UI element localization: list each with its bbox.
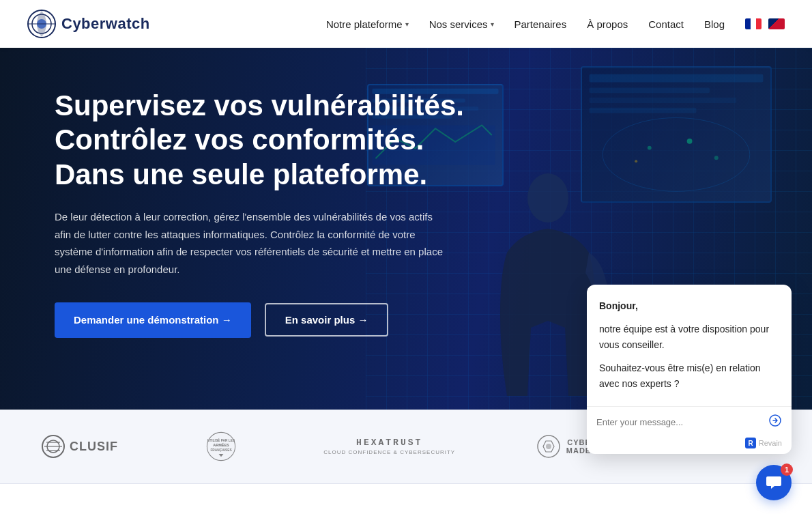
nav-item-services[interactable]: Nos services ▾ [429, 18, 494, 30]
hero-content: Supervisez vos vulnérabilités. Contrôlez… [0, 48, 478, 338]
hexatrust-label: HEXATRUST [323, 438, 455, 448]
flag-fr-icon[interactable] [745, 18, 762, 29]
chevron-down-icon: ▾ [491, 20, 494, 28]
hero-description: De leur détection à leur correction, gér… [55, 208, 450, 278]
armees-icon: UTILISÉ PAR LES ARMÉES FRANÇAISES [199, 431, 243, 461]
svg-point-18 [527, 173, 568, 223]
chat-message-1: notre équipe est à votre disposition pou… [599, 322, 779, 352]
revain-label: Revain [759, 439, 782, 447]
logo-text: Cyberwatch [61, 15, 150, 33]
svg-text:ARMÉES: ARMÉES [213, 442, 229, 447]
chat-widget: Bonjour, notre équipe est à votre dispos… [587, 285, 792, 500]
nav-item-blog[interactable]: Blog [704, 18, 725, 30]
svg-point-12 [635, 160, 637, 162]
nav-link-blog[interactable]: Blog [704, 18, 725, 30]
nav-item-contact[interactable]: Contact [648, 18, 684, 30]
chat-messages-area: Bonjour, notre équipe est à votre dispos… [587, 285, 792, 406]
nav-item-plateforme[interactable]: Notre plateforme ▾ [326, 18, 409, 30]
chat-message-input[interactable] [596, 417, 763, 427]
chat-footer: R Revain [587, 438, 792, 454]
learn-more-button[interactable]: En savoir plus → [265, 303, 389, 337]
chevron-down-icon: ▾ [405, 20, 409, 28]
nav-link-apropos[interactable]: À propos [587, 18, 628, 30]
partner-hexatrust: HEXATRUST CLOUD CONFIDENCE & CYBERSECURI… [323, 429, 455, 464]
flag-en-icon[interactable] [768, 18, 785, 29]
svg-rect-6 [589, 98, 736, 103]
cybersec-icon [536, 434, 561, 459]
svg-point-11 [714, 156, 718, 160]
logo-link[interactable]: Cyberwatch [27, 10, 150, 38]
nav-item-partenaires[interactable]: Partenaires [514, 18, 567, 30]
logo-icon [27, 10, 56, 38]
hexatrust-sublabel: CLOUD CONFIDENCE & CYBERSECURITY [323, 449, 455, 455]
chat-bubble-container: 1 [587, 465, 792, 500]
clusif-label: CLUSIF [70, 440, 118, 454]
svg-point-29 [546, 444, 551, 449]
svg-rect-4 [589, 74, 763, 82]
navbar: Cyberwatch Notre plateforme ▾ Nos servic… [0, 0, 812, 48]
clusif-icon [41, 434, 66, 459]
svg-text:FRANÇAISES: FRANÇAISES [210, 448, 232, 452]
chat-panel: Bonjour, notre équipe est à votre dispos… [587, 285, 792, 454]
nav-link-plateforme[interactable]: Notre plateforme ▾ [326, 18, 409, 30]
revain-icon: R [745, 438, 756, 448]
partner-armees: UTILISÉ PAR LES ARMÉES FRANÇAISES [199, 429, 243, 464]
chat-notification-badge: 1 [781, 463, 793, 476]
svg-point-9 [647, 145, 651, 149]
hero-cta-buttons: Demander une démonstration → En savoir p… [55, 302, 478, 338]
partner-clusif: CLUSIF [41, 429, 118, 464]
nav-link-partenaires[interactable]: Partenaires [514, 18, 567, 30]
chat-toggle-button[interactable]: 1 [756, 465, 792, 500]
chat-greeting: Bonjour, [599, 298, 779, 313]
svg-rect-5 [589, 87, 709, 93]
hero-title: Supervisez vos vulnérabilités. Contrôlez… [55, 89, 478, 192]
svg-rect-7 [589, 107, 696, 113]
svg-point-8 [603, 117, 750, 191]
chat-send-icon[interactable] [768, 414, 782, 431]
svg-text:R: R [748, 440, 753, 447]
nav-item-apropos[interactable]: À propos [587, 18, 628, 30]
nav-lang-switcher [745, 18, 785, 29]
chat-message-2: Souhaitez-vous être mis(e) en relation a… [599, 360, 779, 391]
demo-button[interactable]: Demander une démonstration → [55, 302, 251, 338]
nav-link-contact[interactable]: Contact [648, 18, 684, 30]
nav-menu: Notre plateforme ▾ Nos services ▾ Parten… [326, 18, 785, 30]
chat-bubble-icon [765, 474, 783, 491]
svg-point-10 [686, 138, 692, 143]
nav-link-services[interactable]: Nos services ▾ [429, 18, 494, 30]
hero-monitor-decoration [581, 66, 772, 203]
chat-input-area [587, 406, 792, 438]
